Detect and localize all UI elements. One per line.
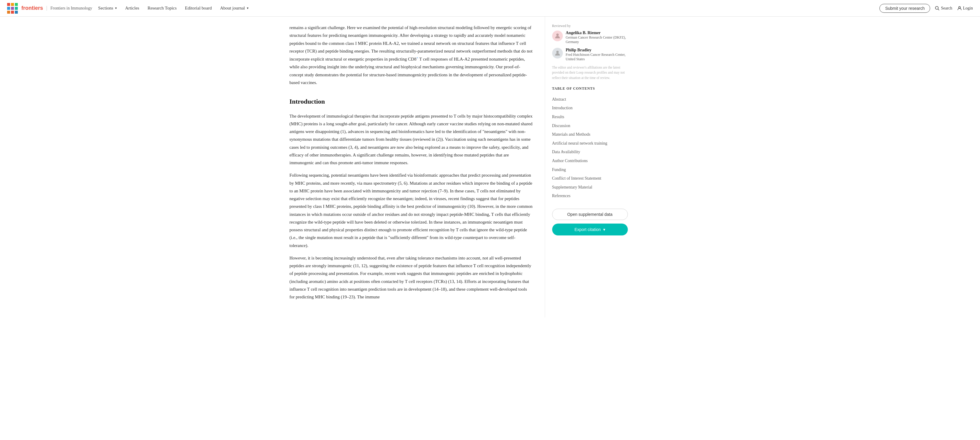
svg-point-11 [959,6,961,8]
reviewer-section: Reviewed by Angelika B. Riemer German Ca… [552,24,628,80]
toc-item-discussion[interactable]: Discussion [552,121,628,130]
reviewer-2-avatar [552,48,563,59]
sidebar: Reviewed by Angelika B. Riemer German Ca… [545,17,628,317]
nav-sections[interactable]: Sections [98,6,117,11]
toc-item-references[interactable]: References [552,191,628,201]
reviewer-item-1: Angelika B. Riemer German Cancer Researc… [552,30,628,44]
svg-point-9 [935,6,939,9]
reviewer-1-institution: German Cancer Research Center (DKFZ), Ge… [566,35,628,44]
nav-research-topics[interactable]: Research Topics [148,6,177,11]
login-label: Login [963,6,973,11]
svg-rect-5 [15,7,18,10]
page-header: frontiers Frontiers in Immunology Sectio… [0,0,980,17]
reviewer-2-name: Philip Bradley [566,48,628,53]
reviewer-1-avatar-icon [554,32,561,40]
submit-research-button[interactable]: Submit your research [880,4,930,13]
introduction-heading: Introduction [290,96,533,107]
svg-rect-2 [15,3,18,6]
toc-item-supplementary[interactable]: Supplementary Material [552,183,628,192]
sidebar-buttons: Open supplemental data Export citation ▾ [552,209,628,236]
frontiers-logo [7,3,18,14]
main-nav: Sections Articles Research Topics Editor… [98,6,880,11]
export-citation-button[interactable]: Export citation ▾ [552,223,628,236]
page-layout: remains a significant challenge. Here we… [282,17,698,317]
reviewer-item-2: Philip Bradley Fred Hutchinson Cancer Re… [552,48,628,61]
svg-rect-3 [7,7,10,10]
nav-articles[interactable]: Articles [125,6,139,11]
svg-line-10 [938,9,939,10]
reviewer-1-info: Angelika B. Riemer German Cancer Researc… [566,30,628,44]
svg-point-13 [556,51,559,53]
article-body: remains a significant challenge. Here we… [290,24,533,301]
svg-point-12 [556,33,559,36]
logo-area: frontiers Frontiers in Immunology [7,3,92,14]
main-content: remains a significant challenge. Here we… [290,17,545,317]
search-link[interactable]: Search [935,6,952,11]
editor-note: The editor and reviewer's affiliations a… [552,65,628,80]
reviewer-1-avatar [552,30,563,41]
toc-item-results[interactable]: Results [552,113,628,121]
toc-item-introduction[interactable]: Introduction [552,104,628,113]
toc-item-data-availability[interactable]: Data Availability [552,148,628,156]
toc-item-funding[interactable]: Funding [552,165,628,174]
intro-para-1: The development of immunological therapi… [290,112,533,167]
svg-rect-8 [15,11,18,14]
nav-about-journal[interactable]: About journal [220,6,249,11]
toc-label: TABLE OF CONTENTS [552,86,628,91]
toc-list: Abstract Introduction Results Discussion… [552,95,628,201]
login-link[interactable]: Login [957,6,973,11]
intro-para-2: Following sequencing, potential neoantig… [290,171,533,249]
toc-item-author-contributions[interactable]: Author Contributions [552,156,628,165]
open-supplemental-button[interactable]: Open supplemental data [552,209,628,220]
user-icon [957,6,962,11]
svg-rect-1 [11,3,14,6]
site-name: frontiers [21,5,43,11]
search-label: Search [941,6,952,11]
toc-item-materials-methods[interactable]: Materials and Methods [552,130,628,139]
reviewer-2-info: Philip Bradley Fred Hutchinson Cancer Re… [566,48,628,61]
journal-name: Frontiers in Immunology [46,6,92,11]
abstract-para: remains a significant challenge. Here we… [290,24,533,86]
svg-rect-6 [7,11,10,14]
svg-rect-4 [11,7,14,10]
header-right: Submit your research Search Login [880,4,973,13]
intro-para-3: However, it is becoming increasingly und… [290,254,533,301]
toc-item-conflict-interest[interactable]: Conflict of Interest Statement [552,174,628,183]
export-citation-chevron-icon: ▾ [603,227,605,232]
toc-item-abstract[interactable]: Abstract [552,95,628,104]
reviewer-2-institution: Fred Hutchinson Cancer Research Center, … [566,53,628,61]
svg-rect-7 [11,11,14,14]
svg-rect-0 [7,3,10,6]
reviewer-label: Reviewed by [552,24,628,28]
reviewer-1-name: Angelika B. Riemer [566,30,628,35]
export-citation-label: Export citation [574,227,601,232]
search-icon [935,6,940,11]
nav-editorial-board[interactable]: Editorial board [185,6,212,11]
reviewer-2-avatar-icon [554,49,561,57]
toc-item-ann-training[interactable]: Artificial neural network training [552,139,628,148]
